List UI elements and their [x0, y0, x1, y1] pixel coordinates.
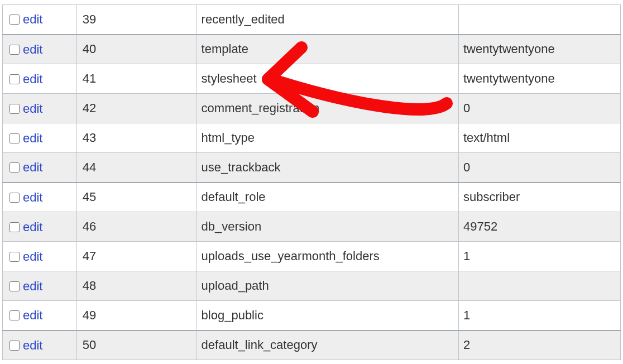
option-value-cell: 49752 [458, 212, 620, 242]
table-row: edit45default_rolesubscriber [3, 183, 621, 212]
table-row: edit40templatetwentytwentyone [3, 35, 621, 64]
table-row: edit43html_typetext/html [3, 123, 621, 153]
edit-link[interactable]: edit [23, 102, 42, 116]
table-row: edit49blog_public1 [3, 301, 621, 331]
row-checkbox[interactable] [9, 162, 20, 173]
table-row: edit47uploads_use_yearmonth_folders1 [3, 242, 621, 271]
row-checkbox[interactable] [9, 193, 20, 203]
row-action-cell: edit [3, 123, 77, 153]
edit-link[interactable]: edit [23, 338, 42, 352]
option-id-cell: 39 [76, 5, 197, 35]
option-value-cell [458, 271, 620, 301]
option-value-cell: twentytwentyone [458, 35, 620, 64]
edit-link[interactable]: edit [23, 308, 42, 322]
option-id-cell: 50 [76, 331, 197, 360]
option-value-cell: 0 [458, 94, 620, 123]
option-value-cell: subscriber [458, 183, 620, 212]
row-checkbox[interactable] [9, 45, 20, 55]
option-id-cell: 45 [76, 183, 197, 212]
option-id-cell: 49 [76, 301, 197, 331]
option-name-cell: default_role [197, 183, 458, 212]
row-action-cell: edit [3, 5, 77, 35]
table-row: edit50default_link_category2 [3, 331, 621, 360]
table-row: edit44use_trackback0 [3, 153, 621, 183]
edit-link[interactable]: edit [23, 160, 42, 174]
table-row: edit39recently_edited [3, 5, 621, 35]
edit-link[interactable]: edit [23, 42, 42, 56]
edit-link[interactable]: edit [23, 220, 42, 234]
option-name-cell: upload_path [197, 271, 458, 301]
row-action-cell: edit [3, 35, 77, 64]
option-id-cell: 43 [76, 123, 197, 153]
option-value-cell: 2 [458, 331, 620, 360]
row-action-cell: edit [3, 153, 77, 183]
edit-link[interactable]: edit [23, 72, 42, 86]
table-row: edit41stylesheettwentytwentyone [3, 64, 621, 94]
edit-link[interactable]: edit [23, 12, 42, 26]
option-id-cell: 47 [76, 242, 197, 271]
row-action-cell: edit [3, 212, 77, 242]
option-name-cell: db_version [197, 212, 458, 242]
option-name-cell: comment_registration [197, 94, 458, 123]
row-action-cell: edit [3, 183, 77, 212]
option-value-cell: 1 [458, 242, 620, 271]
option-id-cell: 48 [76, 271, 197, 301]
row-checkbox[interactable] [9, 341, 20, 351]
option-name-cell: blog_public [197, 301, 458, 331]
row-checkbox[interactable] [9, 310, 20, 320]
row-action-cell: edit [3, 301, 77, 331]
option-name-cell: html_type [197, 123, 458, 153]
option-value-cell: text/html [458, 123, 620, 153]
row-checkbox[interactable] [9, 133, 20, 143]
option-name-cell: recently_edited [197, 5, 458, 35]
row-checkbox[interactable] [9, 15, 20, 25]
table-row: edit46db_version49752 [3, 212, 621, 242]
row-checkbox[interactable] [9, 281, 20, 291]
option-value-cell: 1 [458, 301, 620, 331]
row-action-cell: edit [3, 64, 77, 94]
row-action-cell: edit [3, 331, 77, 360]
option-name-cell: template [197, 35, 458, 64]
row-action-cell: edit [3, 94, 77, 123]
row-checkbox[interactable] [9, 74, 20, 84]
option-id-cell: 42 [76, 94, 197, 123]
option-id-cell: 46 [76, 212, 197, 242]
edit-link[interactable]: edit [23, 250, 42, 264]
option-name-cell: use_trackback [197, 153, 458, 183]
option-name-cell: uploads_use_yearmonth_folders [197, 242, 458, 271]
option-id-cell: 41 [76, 64, 197, 94]
row-checkbox[interactable] [9, 104, 20, 114]
table-row: edit48upload_path [3, 271, 621, 301]
option-name-cell: default_link_category [197, 331, 458, 360]
row-checkbox[interactable] [9, 222, 20, 232]
option-value-cell: 0 [458, 153, 620, 183]
edit-link[interactable]: edit [23, 131, 42, 145]
edit-link[interactable]: edit [23, 190, 42, 204]
option-name-cell: stylesheet [197, 64, 458, 94]
option-id-cell: 40 [76, 35, 197, 64]
table-row: edit42comment_registration0 [3, 94, 621, 123]
option-value-cell: twentytwentyone [458, 64, 620, 94]
option-id-cell: 44 [76, 153, 197, 183]
edit-link[interactable]: edit [23, 279, 42, 293]
row-checkbox[interactable] [9, 252, 20, 262]
row-action-cell: edit [3, 271, 77, 301]
option-value-cell [458, 5, 620, 35]
row-action-cell: edit [3, 242, 77, 271]
options-table: edit39recently_editededit40templatetwent… [2, 4, 621, 360]
